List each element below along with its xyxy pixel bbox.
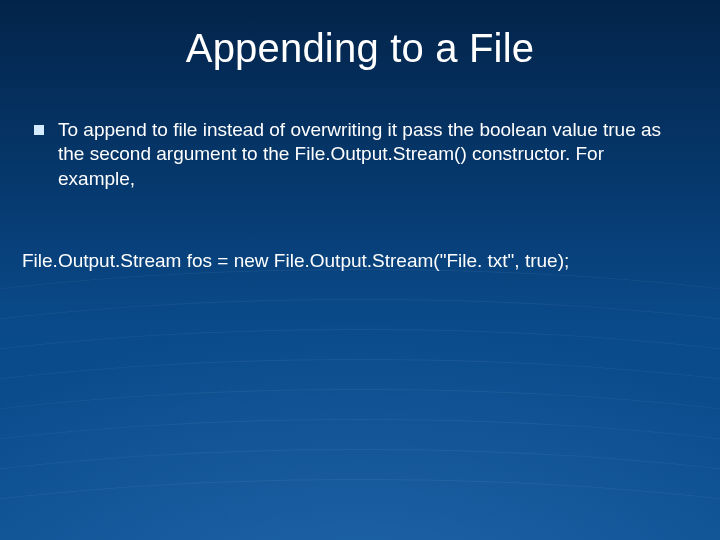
background-arcs xyxy=(0,180,720,540)
slide: Appending to a File To append to file in… xyxy=(0,0,720,540)
code-example: File.Output.Stream fos = new File.Output… xyxy=(22,250,698,272)
slide-body: To append to file instead of overwriting… xyxy=(34,118,680,191)
square-bullet-icon xyxy=(34,125,44,135)
bullet-text: To append to file instead of overwriting… xyxy=(58,118,680,191)
slide-title: Appending to a File xyxy=(0,26,720,71)
bullet-item: To append to file instead of overwriting… xyxy=(34,118,680,191)
